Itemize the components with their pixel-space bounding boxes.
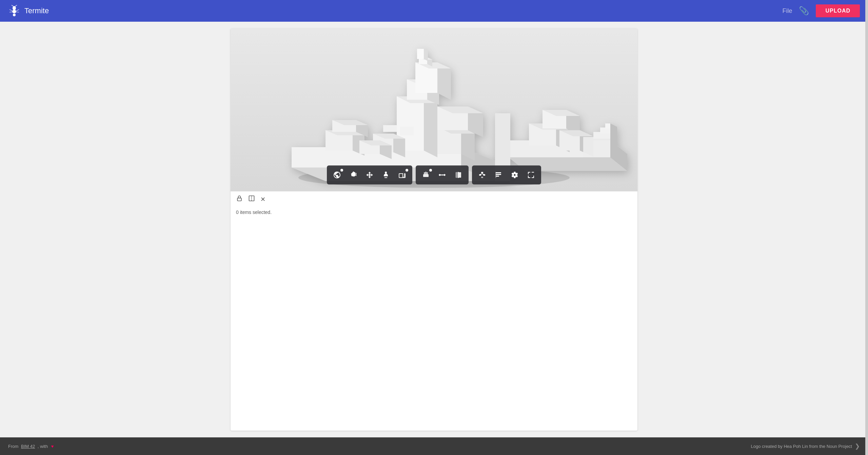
app-header: Termite File 📎 UPLOAD (0, 0, 868, 22)
svg-line-7 (16, 9, 19, 11)
fullscreen-tool[interactable] (524, 167, 538, 182)
orbit-badge (340, 169, 343, 172)
svg-marker-65 (583, 137, 610, 157)
toolbar-group-view (327, 165, 412, 184)
app-logo-icon (8, 5, 20, 17)
bim42-link[interactable]: BIM 42 (21, 444, 35, 449)
svg-rect-86 (483, 174, 485, 176)
explode-tool[interactable] (418, 167, 433, 182)
selection-info: 0 items selected. (231, 207, 637, 220)
properties-tool[interactable] (491, 167, 506, 182)
viewer-panel: i TOP FRONT (231, 28, 637, 431)
svg-rect-97 (237, 198, 241, 201)
svg-rect-91 (496, 172, 501, 173)
zoom-tool[interactable] (362, 167, 377, 182)
footer-right: Logo created by Hea Poh Lin from the Nou… (751, 442, 860, 450)
settings-tool[interactable] (507, 167, 522, 182)
svg-rect-81 (456, 172, 458, 178)
toolbar-group-options (472, 165, 541, 184)
svg-rect-75 (399, 174, 402, 177)
measure-tool[interactable] (435, 167, 450, 182)
header-left: Termite (8, 5, 49, 17)
camera-badge (406, 169, 408, 172)
toolbar-group-model (416, 165, 469, 184)
footer-middle: , with (38, 444, 48, 449)
selection-bar: ✕ (231, 191, 637, 207)
svg-line-3 (12, 5, 14, 6)
attach-icon[interactable]: 📎 (799, 6, 809, 16)
svg-marker-72 (383, 125, 397, 132)
svg-marker-71 (400, 127, 414, 135)
footer-credits: Logo created by Hea Poh Lin from the Nou… (751, 444, 852, 449)
lock-icon[interactable] (236, 195, 243, 203)
svg-rect-94 (495, 172, 496, 178)
svg-rect-85 (479, 174, 481, 176)
upload-button[interactable]: UPLOAD (816, 4, 860, 17)
svg-rect-82 (458, 172, 461, 178)
svg-marker-55 (424, 49, 428, 61)
svg-marker-25 (424, 96, 437, 157)
app-footer: From BIM 42 , with ♥ Logo created by Hea… (0, 437, 868, 455)
first-person-tool[interactable] (378, 167, 393, 182)
svg-marker-69 (610, 123, 617, 162)
svg-line-88 (480, 174, 482, 174)
section-tool[interactable] (451, 167, 466, 182)
svg-line-89 (482, 174, 484, 174)
svg-line-8 (16, 12, 19, 12)
svg-rect-92 (496, 174, 501, 175)
hierarchy-tool[interactable] (475, 167, 490, 182)
footer-left: From BIM 42 , with ♥ (8, 444, 54, 449)
svg-rect-84 (481, 172, 483, 173)
svg-point-73 (385, 172, 387, 174)
svg-rect-76 (423, 174, 429, 177)
items-selected-label: 0 items selected. (236, 210, 272, 215)
svg-marker-54 (417, 49, 424, 59)
file-menu[interactable]: File (782, 7, 792, 15)
svg-point-0 (13, 6, 16, 10)
main-content: i TOP FRONT (0, 22, 868, 437)
svg-point-2 (13, 14, 16, 16)
toolbar-row (231, 165, 637, 184)
header-right: File 📎 UPLOAD (782, 4, 860, 17)
app-title: Termite (24, 6, 49, 15)
pan-tool[interactable] (346, 167, 361, 182)
viewport[interactable]: i TOP FRONT (231, 28, 637, 191)
scrollbar-right[interactable] (865, 0, 868, 455)
camera-tool[interactable] (395, 167, 410, 182)
split-panel-icon[interactable] (248, 195, 255, 203)
explode-badge (429, 169, 432, 172)
svg-point-1 (12, 10, 16, 13)
footer-arrow-icon: ❯ (855, 442, 860, 450)
svg-line-4 (15, 5, 17, 6)
svg-line-5 (9, 9, 12, 11)
svg-line-6 (9, 12, 12, 12)
footer-prefix: From (8, 444, 18, 449)
close-selection-icon[interactable]: ✕ (260, 196, 265, 203)
svg-rect-77 (424, 172, 428, 175)
footer-heart-icon: ♥ (51, 444, 54, 449)
svg-rect-90 (481, 177, 483, 178)
svg-marker-68 (605, 123, 610, 128)
svg-point-96 (514, 174, 516, 176)
orbit-tool[interactable] (330, 167, 344, 182)
